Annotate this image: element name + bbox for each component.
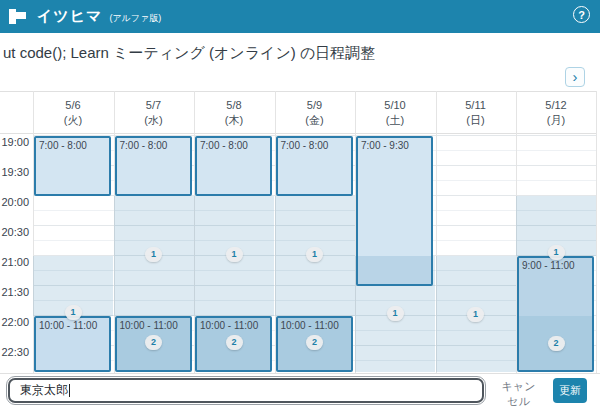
count-badge: 1 bbox=[387, 306, 404, 321]
date-header: 5/6(火) bbox=[33, 92, 113, 133]
count-badge: 1 bbox=[548, 245, 565, 260]
weekday-label: (火) bbox=[33, 113, 113, 128]
page-title: ut code(); Learn ミーティング (オンライン) の日程調整 bbox=[3, 44, 375, 63]
block-time-label: 10:00 - 11:00 bbox=[281, 320, 339, 331]
top-app-bar: イツヒマ (アルファ版) ? bbox=[0, 0, 600, 33]
availability-block[interactable]: 7:00 - 8:00 bbox=[115, 136, 192, 196]
availability-block[interactable]: 7:00 - 8:00 bbox=[195, 136, 272, 196]
grid-header-divider bbox=[0, 133, 596, 134]
app-name: イツヒマ bbox=[37, 7, 102, 26]
count-badge: 1 bbox=[306, 247, 323, 262]
availability-block[interactable]: 7:00 - 8:00 bbox=[34, 136, 111, 196]
footer-bar: 東京太郎 キャンセル 更新 bbox=[0, 374, 600, 411]
date-label: 5/10 bbox=[355, 98, 435, 113]
text-caret bbox=[69, 384, 70, 397]
overlap-shade bbox=[358, 256, 431, 284]
date-header: 5/8(木) bbox=[194, 92, 274, 133]
availability-block[interactable]: 10:00 - 11:00 bbox=[34, 316, 111, 372]
app-window: イツヒマ (アルファ版) ? ut code(); Learn ミーティング (… bbox=[0, 0, 600, 411]
weekday-label: (土) bbox=[355, 113, 435, 128]
block-time-label: 7:00 - 8:00 bbox=[281, 140, 329, 151]
column-divider bbox=[596, 91, 597, 373]
date-label: 5/7 bbox=[114, 98, 194, 113]
count-badge: 2 bbox=[306, 335, 323, 350]
date-header: 5/10(土) bbox=[355, 92, 435, 133]
count-badge: 1 bbox=[145, 247, 162, 262]
date-header: 5/9(金) bbox=[275, 92, 355, 133]
weekday-label: (金) bbox=[275, 113, 355, 128]
block-time-label: 10:00 - 11:00 bbox=[120, 320, 178, 331]
date-label: 5/12 bbox=[516, 98, 596, 113]
block-time-label: 9:00 - 11:00 bbox=[522, 260, 575, 271]
count-badge: 2 bbox=[548, 336, 565, 351]
help-icon[interactable]: ? bbox=[573, 6, 590, 23]
time-label: 22:00 bbox=[0, 316, 29, 328]
time-label: 20:30 bbox=[0, 226, 29, 238]
date-header: 5/12(月) bbox=[516, 92, 596, 133]
count-badge: 2 bbox=[145, 335, 162, 350]
weekday-label: (月) bbox=[516, 113, 596, 128]
time-label: 20:00 bbox=[0, 196, 29, 208]
availability-block[interactable]: 7:00 - 9:30 bbox=[356, 136, 433, 286]
date-label: 5/8 bbox=[194, 98, 274, 113]
date-header: 5/7(水) bbox=[114, 92, 194, 133]
next-week-button[interactable]: › bbox=[565, 67, 585, 87]
name-input-value: 東京太郎 bbox=[20, 382, 68, 399]
weekday-label: (水) bbox=[114, 113, 194, 128]
time-label: 21:00 bbox=[0, 256, 29, 268]
name-input[interactable]: 東京太郎 bbox=[8, 378, 484, 403]
weekday-label: (日) bbox=[436, 113, 516, 128]
availability-block[interactable]: 7:00 - 8:00 bbox=[276, 136, 353, 196]
app-logo-icon bbox=[8, 8, 28, 25]
date-label: 5/9 bbox=[275, 98, 355, 113]
date-label: 5/11 bbox=[436, 98, 516, 113]
block-time-label: 7:00 - 8:00 bbox=[120, 140, 168, 151]
update-button[interactable]: 更新 bbox=[553, 378, 587, 403]
block-time-label: 10:00 - 11:00 bbox=[200, 320, 258, 331]
cancel-button[interactable]: キャンセル bbox=[490, 378, 547, 403]
count-badge: 1 bbox=[467, 307, 484, 322]
count-badge: 2 bbox=[226, 335, 243, 350]
time-label: 21:30 bbox=[0, 286, 29, 298]
block-time-label: 7:00 - 8:00 bbox=[39, 140, 87, 151]
alpha-version-tag: (アルファ版) bbox=[109, 12, 161, 25]
count-badge: 1 bbox=[226, 247, 243, 262]
availability-block[interactable]: 9:00 - 11:00 bbox=[517, 256, 594, 372]
time-label: 22:30 bbox=[0, 346, 29, 358]
date-header: 5/11(日) bbox=[436, 92, 516, 133]
date-label: 5/6 bbox=[33, 98, 113, 113]
block-time-label: 7:00 - 9:30 bbox=[361, 140, 409, 151]
block-time-label: 10:00 - 11:00 bbox=[39, 320, 97, 331]
time-label: 19:30 bbox=[0, 166, 29, 178]
weekday-label: (木) bbox=[194, 113, 274, 128]
count-badge: 1 bbox=[65, 305, 82, 320]
block-time-label: 7:00 - 8:00 bbox=[200, 140, 248, 151]
time-label: 19:00 bbox=[0, 136, 29, 148]
